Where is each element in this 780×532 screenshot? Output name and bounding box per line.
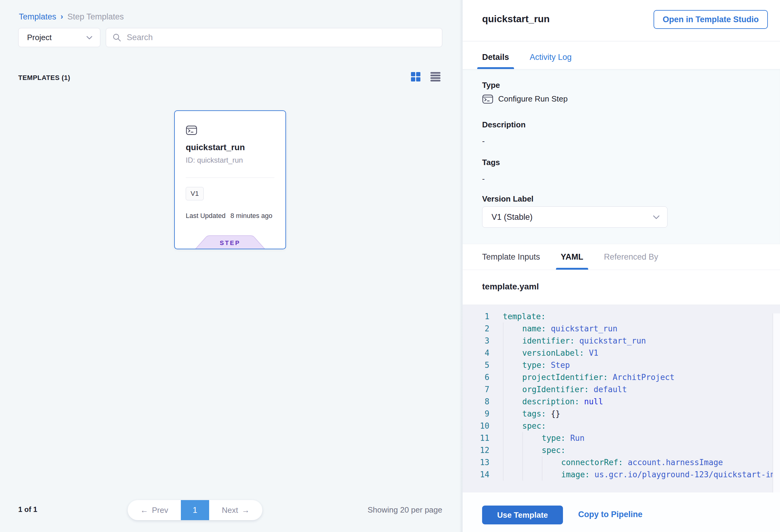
template-list-panel: Templates › Step Templates Project TEMPL… xyxy=(0,0,462,532)
tab-template-inputs[interactable]: Template Inputs xyxy=(477,244,545,270)
yaml-code-line: 14image: us.gcr.io/playground-123/quicks… xyxy=(462,469,780,481)
search-box xyxy=(106,28,442,47)
type-value: Configure Run Step xyxy=(498,94,568,104)
yaml-section-tabs: Template Inputs YAML Referenced By xyxy=(462,244,780,270)
templates-count-heading: TEMPLATES (1) xyxy=(18,74,70,82)
template-card[interactable]: quickstart_run ID: quickstart_run V1 Las… xyxy=(174,110,286,249)
yaml-code-line: 9tags: {} xyxy=(462,408,780,420)
yaml-code-line: 11type: Run xyxy=(462,432,780,444)
tab-yaml[interactable]: YAML xyxy=(556,244,588,270)
yaml-code-line: 8description: null xyxy=(462,395,780,408)
description-label: Description xyxy=(482,120,526,130)
tab-details[interactable]: Details xyxy=(477,46,514,69)
yaml-code-line: 2name: quickstart_run xyxy=(462,323,780,335)
yaml-file-header: template.yaml xyxy=(462,270,780,305)
template-card-title: quickstart_run xyxy=(186,143,245,152)
per-page-info: Showing 20 per page xyxy=(368,505,442,515)
chevron-down-icon xyxy=(86,36,93,40)
scope-dropdown-value: Project xyxy=(27,33,52,42)
version-dropdown-value: V1 (Stable) xyxy=(492,212,533,222)
last-updated-row: Last Updated 8 minutes ago xyxy=(186,212,272,220)
version-label: Version Label xyxy=(482,194,533,204)
yaml-code-line: 3identifier: quickstart_run xyxy=(462,335,780,347)
breadcrumb-templates-link[interactable]: Templates xyxy=(19,12,56,21)
type-label: Type xyxy=(482,81,500,90)
detail-tabs: Details Activity Log xyxy=(477,46,577,69)
use-template-button[interactable]: Use Template xyxy=(482,505,563,524)
breadcrumb-separator-icon: › xyxy=(60,12,63,21)
details-section: Type Configure Run Step Description - Ta… xyxy=(462,69,780,244)
yaml-code-line: 1template: xyxy=(462,310,780,323)
page-summary: 1 of 1 xyxy=(18,505,37,514)
copy-to-pipeline-link[interactable]: Copy to Pipeline xyxy=(578,510,643,519)
search-input[interactable] xyxy=(127,33,436,42)
tab-referenced-by[interactable]: Referenced By xyxy=(599,244,663,270)
yaml-code-line: 10spec: xyxy=(462,420,780,432)
version-badge: V1 xyxy=(186,187,204,200)
breadcrumb: Templates › Step Templates xyxy=(19,12,124,21)
yaml-code-lines: 1template:2name: quickstart_run3identifi… xyxy=(462,310,780,481)
arrow-right-icon: → xyxy=(242,505,250,515)
yaml-code-line: 7orgIdentifier: default xyxy=(462,383,780,395)
next-page-button[interactable]: Next → xyxy=(209,500,262,520)
prev-page-button[interactable]: ← Prev xyxy=(128,500,181,520)
search-icon xyxy=(112,33,122,43)
detail-footer: Use Template Copy to Pipeline xyxy=(462,492,780,532)
yaml-code-line: 12spec: xyxy=(462,444,780,456)
yaml-code-line: 6projectIdentifier: ArchitProject xyxy=(462,371,780,383)
type-value-row: Configure Run Step xyxy=(482,93,568,105)
detail-title: quickstart_run xyxy=(482,13,549,25)
last-updated-value: 8 minutes ago xyxy=(231,212,272,220)
yaml-file-name: template.yaml xyxy=(482,282,539,292)
breadcrumb-current: Step Templates xyxy=(67,12,124,21)
page-1-button[interactable]: 1 xyxy=(181,500,209,520)
detail-header: quickstart_run Open in Template Studio xyxy=(462,0,780,41)
description-value: - xyxy=(482,137,485,146)
step-tag-label: STEP xyxy=(195,240,266,247)
tags-value: - xyxy=(482,174,485,184)
yaml-code-line: 13connectorRef: account.harnessImage xyxy=(462,456,780,469)
editor-scrollbar[interactable] xyxy=(773,313,780,492)
tags-label: Tags xyxy=(482,158,500,167)
terminal-icon xyxy=(482,93,493,105)
list-view-icon[interactable] xyxy=(430,72,440,82)
step-type-tag: STEP xyxy=(195,235,266,249)
terminal-icon xyxy=(186,124,197,136)
version-dropdown[interactable]: V1 (Stable) xyxy=(482,206,668,228)
open-in-template-studio-button[interactable]: Open in Template Studio xyxy=(653,10,768,29)
pagination: ← Prev 1 Next → xyxy=(128,500,262,520)
yaml-code-line: 5type: Step xyxy=(462,359,780,371)
scope-dropdown[interactable]: Project xyxy=(18,28,100,47)
yaml-code-editor: 1template:2name: quickstart_run3identifi… xyxy=(462,305,780,492)
view-toggles xyxy=(411,72,440,82)
template-detail-panel: quickstart_run Open in Template Studio D… xyxy=(462,0,780,532)
card-divider xyxy=(186,178,275,178)
tab-activity-log[interactable]: Activity Log xyxy=(525,46,577,69)
grid-view-icon[interactable] xyxy=(411,72,421,82)
template-card-id: ID: quickstart_run xyxy=(186,156,243,164)
templates-page: Templates › Step Templates Project TEMPL… xyxy=(0,0,780,532)
chevron-down-icon xyxy=(653,215,660,220)
last-updated-label: Last Updated xyxy=(186,212,226,220)
yaml-code-line: 4versionLabel: V1 xyxy=(462,347,780,359)
arrow-left-icon: ← xyxy=(140,505,148,515)
